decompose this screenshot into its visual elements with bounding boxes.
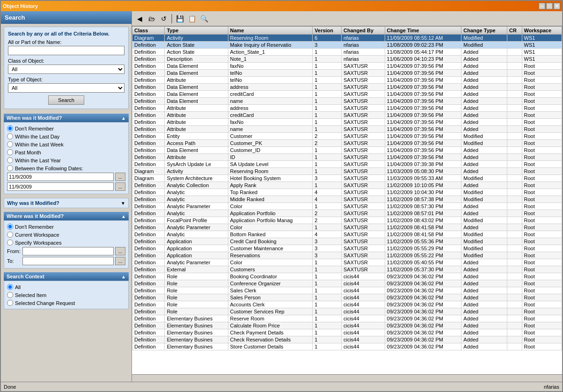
table-row[interactable]: DefinitionAnalyticBottom Ranked4SAXTUSR1…: [132, 231, 562, 238]
back-button[interactable]: ◀: [134, 13, 145, 24]
current-workspace-option[interactable]: Current Workspace: [7, 232, 125, 238]
copy-button[interactable]: 📋: [186, 13, 197, 24]
table-row[interactable]: DefinitionApplicationCustomer Maintenanc…: [132, 245, 562, 252]
last-year-option[interactable]: Within the Last Year: [7, 157, 125, 163]
table-row[interactable]: DefinitionElementary BusinesCheck Paymen…: [132, 329, 562, 336]
table-row[interactable]: DefinitionAnalytic ParameterColor1SAXTUS…: [132, 224, 562, 231]
specify-workspaces-option[interactable]: Specify Workspaces: [7, 240, 125, 246]
last-week-radio[interactable]: [7, 141, 13, 147]
table-row[interactable]: DefinitionAnalytic ParameterColor1SAXTUS…: [132, 203, 562, 210]
between-dates-radio[interactable]: [7, 165, 13, 171]
col-cr[interactable]: CR: [507, 27, 522, 35]
table-row[interactable]: DefinitionAnalyticApplication Portfolio2…: [132, 210, 562, 217]
last-day-option[interactable]: Within the Last Day: [7, 133, 125, 139]
last-year-radio[interactable]: [7, 157, 13, 163]
table-row[interactable]: DefinitionApplicationReservations3SAXTUS…: [132, 252, 562, 259]
where-dont-remember-option[interactable]: Don't Remember: [7, 224, 125, 230]
context-change-request-option[interactable]: Selected Change Request: [7, 300, 125, 306]
table-row[interactable]: DefinitionEntityCustomer2SAXTUSR11/04/20…: [132, 133, 562, 140]
col-class[interactable]: Class: [132, 27, 165, 35]
table-row[interactable]: DefinitionAttributeaddress1SAXTUSR11/04/…: [132, 105, 562, 112]
past-month-radio[interactable]: [7, 149, 13, 155]
between-dates-option[interactable]: Between the Following Dates:: [7, 165, 125, 171]
workspace-to-picker-button[interactable]: ...: [115, 257, 125, 265]
table-row[interactable]: DefinitionRoleBooking Coordinator1cicis4…: [132, 273, 562, 280]
table-row[interactable]: DefinitionRoleConference Organizer1cicis…: [132, 280, 562, 287]
table-row[interactable]: DefinitionAttributefaxNo1SAXTUSR11/04/20…: [132, 119, 562, 126]
last-week-option[interactable]: Within the Last Week: [7, 141, 125, 147]
where-dont-remember-radio[interactable]: [7, 224, 13, 230]
table-row[interactable]: DefinitionRoleSales Clerk1cicis4409/23/2…: [132, 287, 562, 294]
to-date-input[interactable]: [7, 182, 114, 191]
table-row[interactable]: DefinitionAttributetelNo1SAXTUSR11/04/20…: [132, 77, 562, 84]
current-workspace-radio[interactable]: [7, 232, 13, 238]
where-modified-header[interactable]: Where was it Modified? ▲: [4, 212, 129, 220]
table-row[interactable]: DefinitionElementary BusinesCheck Reserv…: [132, 336, 562, 343]
col-version[interactable]: Version: [313, 27, 342, 35]
col-name[interactable]: Name: [228, 27, 313, 35]
search-button[interactable]: Search: [48, 95, 84, 105]
table-row[interactable]: DefinitionAnalytic CollectionApply Rank1…: [132, 182, 562, 189]
workspace-from-input[interactable]: [22, 247, 114, 255]
open-folder-button[interactable]: 🗁: [146, 13, 157, 24]
search-context-header[interactable]: Search Context ▲: [4, 272, 129, 281]
specify-workspaces-radio[interactable]: [7, 240, 13, 246]
maximize-button[interactable]: □: [546, 3, 553, 9]
table-row[interactable]: DefinitionExternalCustomers1SAXTUSR11/02…: [132, 266, 562, 273]
table-row[interactable]: DefinitionDescriptionNote_11nfarias11/06…: [132, 56, 562, 63]
table-row[interactable]: DefinitionAction StateAction_State_11nfa…: [132, 49, 562, 56]
dont-remember-radio[interactable]: [7, 125, 13, 131]
last-day-radio[interactable]: [7, 133, 13, 139]
table-row[interactable]: DefinitionData Elementaddress1SAXTUSR11/…: [132, 84, 562, 91]
table-row[interactable]: DefinitionAttributename1SAXTUSR11/04/200…: [132, 126, 562, 133]
table-row[interactable]: DefinitionApplicationCredit Card Booking…: [132, 238, 562, 245]
table-row[interactable]: DefinitionAnalyticTop Ranked4SAXTUSR11/0…: [132, 189, 562, 196]
workspace-to-input[interactable]: [22, 257, 114, 265]
table-row[interactable]: DefinitionAttributecreditCard1SAXTUSR11/…: [132, 112, 562, 119]
type-select[interactable]: All: [8, 83, 124, 93]
table-row[interactable]: DefinitionRoleSales Person1cicis4409/23/…: [132, 294, 562, 301]
table-row[interactable]: DefinitionSysArch Update LeSA Update Lev…: [132, 161, 562, 168]
table-row[interactable]: DefinitionAnalytic ParameterColor1SAXTUS…: [132, 259, 562, 266]
name-input[interactable]: [8, 46, 124, 55]
col-changed-by[interactable]: Changed By: [341, 27, 385, 35]
refresh-button[interactable]: ↺: [158, 13, 169, 24]
table-row[interactable]: DefinitionRoleCustomer Services Rep1cici…: [132, 308, 562, 315]
search-tool-button[interactable]: 🔍: [198, 13, 210, 24]
table-row[interactable]: DefinitionAction StateMake Inquiry of Re…: [132, 42, 562, 49]
table-row[interactable]: DefinitionData ElementCustomer_ID1SAXTUS…: [132, 147, 562, 154]
table-row[interactable]: DefinitionData ElementcreditCard1SAXTUSR…: [132, 91, 562, 98]
col-type[interactable]: Type: [165, 27, 228, 35]
from-date-picker-button[interactable]: ...: [115, 173, 125, 181]
table-row[interactable]: DefinitionAttributeID1SAXTUSR11/04/2009 …: [132, 154, 562, 161]
table-row[interactable]: DefinitionData Elementname1SAXTUSR11/04/…: [132, 98, 562, 105]
table-row[interactable]: DiagramSystem ArchitectureHotel Booking …: [132, 175, 562, 182]
table-row[interactable]: DefinitionElementary BusinesStore Custom…: [132, 343, 562, 350]
table-row[interactable]: DefinitionData ElementfaxNo1SAXTUSR11/04…: [132, 63, 562, 70]
close-button[interactable]: ✕: [554, 3, 560, 9]
when-modified-header[interactable]: When was it Modified? ▲: [4, 114, 129, 122]
table-row[interactable]: DefinitionAccess PathCustomer_PK2SAXTUSR…: [132, 140, 562, 147]
class-select[interactable]: All: [8, 65, 124, 74]
table-row[interactable]: DefinitionElementary BusinesReserve Room…: [132, 315, 562, 322]
minimize-button[interactable]: ─: [539, 3, 545, 9]
past-month-option[interactable]: Past Month: [7, 149, 125, 155]
table-row[interactable]: DefinitionElementary BusinesCalculate Ro…: [132, 322, 562, 329]
dont-remember-option[interactable]: Don't Remember: [7, 125, 125, 131]
to-date-picker-button[interactable]: ...: [115, 182, 125, 191]
why-modified-section[interactable]: Why was it Modified? ▼: [4, 198, 129, 208]
horizontal-scrollbar[interactable]: [132, 374, 562, 382]
context-change-request-radio[interactable]: [7, 300, 13, 306]
workspace-from-picker-button[interactable]: ...: [115, 247, 125, 255]
from-date-input[interactable]: [7, 173, 114, 181]
table-row[interactable]: DefinitionAnalyticMiddle Ranked4SAXTUSR1…: [132, 196, 562, 203]
table-row[interactable]: DefinitionData ElementtelNo1SAXTUSR11/04…: [132, 70, 562, 77]
col-workspace[interactable]: Workspace: [522, 27, 562, 35]
context-all-option[interactable]: All: [7, 284, 125, 290]
context-selected-item-option[interactable]: Selected Item: [7, 292, 125, 298]
context-selected-item-radio[interactable]: [7, 292, 13, 298]
table-row[interactable]: DiagramActivityReserving Room6nfarias11/…: [132, 35, 562, 42]
col-change-type[interactable]: Change Type: [461, 27, 507, 35]
table-row[interactable]: DiagramActivityReserving Room1SAXTUSR11/…: [132, 168, 562, 175]
context-all-radio[interactable]: [7, 284, 13, 290]
